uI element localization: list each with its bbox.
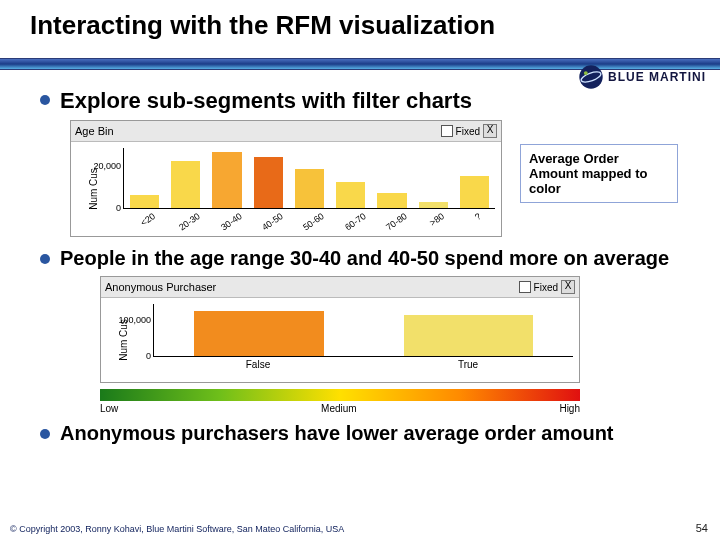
bar: [254, 157, 283, 208]
fixed-label: Fixed: [456, 126, 480, 137]
svg-point-2: [584, 71, 588, 75]
legend-medium: Medium: [321, 403, 357, 414]
bar: [404, 315, 534, 356]
gradient-bar: [100, 389, 580, 401]
bullet-dot-icon: [40, 95, 50, 105]
brand-text: BLUE MARTINI: [608, 70, 706, 84]
color-legend: Low Medium High: [100, 389, 580, 414]
callout-box: Average Order Amount mapped to color: [520, 144, 678, 203]
bullet-dot-icon: [40, 429, 50, 439]
xtick: ?: [454, 211, 495, 229]
bullet-3: Anonymous purchasers have lower average …: [40, 422, 710, 445]
xtick: 40-50: [247, 211, 288, 229]
fixed-checkbox[interactable]: [441, 125, 453, 137]
bar: [212, 152, 241, 208]
legend-low: Low: [100, 403, 118, 414]
xtick: 60-70: [330, 211, 371, 229]
page-number: 54: [696, 522, 708, 534]
bullet-2-text: People in the age range 30-40 and 40-50 …: [60, 247, 669, 270]
callout-text: Average Order Amount mapped to color: [529, 151, 647, 196]
xtick: >80: [412, 211, 453, 229]
chart-panel-age: Age Bin Fixed X Num Cus 20,000 0 <2020-3…: [70, 120, 502, 237]
bullet-3-text: Anonymous purchasers have lower average …: [60, 422, 614, 445]
bar: [171, 161, 200, 208]
chart1-ylabel: Num Cus: [88, 168, 99, 210]
copyright-footer: © Copyright 2003, Ronny Kohavi, Blue Mar…: [10, 524, 344, 534]
bar: [377, 193, 406, 208]
bar: [194, 311, 324, 356]
bullet-1: Explore sub-segments with filter charts: [40, 88, 710, 114]
xtick: 20-30: [164, 211, 205, 229]
title-bar: Interacting with the RFM visualization: [0, 0, 720, 58]
brand-logo: BLUE MARTINI: [578, 64, 706, 90]
legend-high: High: [559, 403, 580, 414]
xtick: 30-40: [206, 211, 247, 229]
chart2-zero: 0: [146, 351, 154, 361]
chart1-ytick: 20,000: [93, 161, 124, 171]
chart2-title: Anonymous Purchaser: [105, 281, 216, 293]
close-icon[interactable]: X: [483, 124, 497, 138]
slide-title: Interacting with the RFM visualization: [30, 10, 720, 41]
fixed-label: Fixed: [534, 282, 558, 293]
bar: [419, 202, 448, 208]
bar: [336, 182, 365, 208]
chart2-cat-true: True: [363, 359, 573, 370]
chart1-zero: 0: [116, 203, 124, 213]
close-icon[interactable]: X: [561, 280, 575, 294]
bullet-1-text: Explore sub-segments with filter charts: [60, 88, 472, 114]
bullet-dot-icon: [40, 254, 50, 264]
bar: [460, 176, 489, 208]
xtick: 70-80: [371, 211, 412, 229]
bullet-2: People in the age range 30-40 and 40-50 …: [40, 247, 710, 270]
chart2-ylabel: Num Cus: [118, 319, 129, 361]
chart-panel-anonymous: Anonymous Purchaser Fixed X Num Cus 100,…: [100, 276, 580, 383]
xtick: <20: [123, 211, 164, 229]
xtick: 50-60: [288, 211, 329, 229]
bar: [295, 169, 324, 208]
chart2-cat-false: False: [153, 359, 363, 370]
bar: [130, 195, 159, 208]
chart1-title: Age Bin: [75, 125, 114, 137]
fixed-checkbox[interactable]: [519, 281, 531, 293]
chart2-ytick: 100,000: [118, 315, 154, 325]
